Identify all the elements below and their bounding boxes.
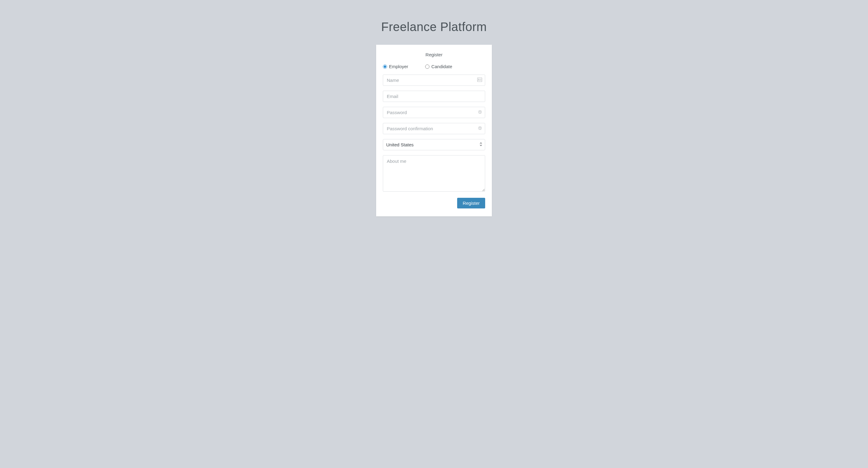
- name-input[interactable]: [383, 74, 485, 86]
- email-input[interactable]: [383, 91, 485, 102]
- register-button[interactable]: Register: [457, 198, 485, 208]
- email-group: [383, 91, 485, 102]
- password-group: [383, 107, 485, 118]
- form-heading: Register: [383, 52, 485, 57]
- form-actions: Register: [383, 198, 485, 208]
- register-card: Register Employer Candidate: [376, 45, 492, 216]
- password-input[interactable]: [383, 107, 485, 118]
- role-employer-radio[interactable]: [383, 65, 387, 69]
- password-confirmation-group: [383, 123, 485, 134]
- role-candidate-label[interactable]: Candidate: [431, 64, 452, 69]
- radio-employer-wrapper: Employer: [383, 64, 408, 69]
- radio-candidate-wrapper: Candidate: [425, 64, 452, 69]
- country-select[interactable]: United States: [383, 139, 485, 150]
- role-employer-label[interactable]: Employer: [389, 64, 408, 69]
- country-group: United States: [383, 139, 485, 150]
- page-title: Freelance Platform: [0, 0, 868, 45]
- role-candidate-radio[interactable]: [425, 65, 429, 69]
- about-textarea[interactable]: [383, 155, 485, 192]
- about-group: [383, 155, 485, 193]
- password-confirmation-input[interactable]: [383, 123, 485, 134]
- name-group: [383, 74, 485, 86]
- role-radio-group: Employer Candidate: [383, 64, 485, 69]
